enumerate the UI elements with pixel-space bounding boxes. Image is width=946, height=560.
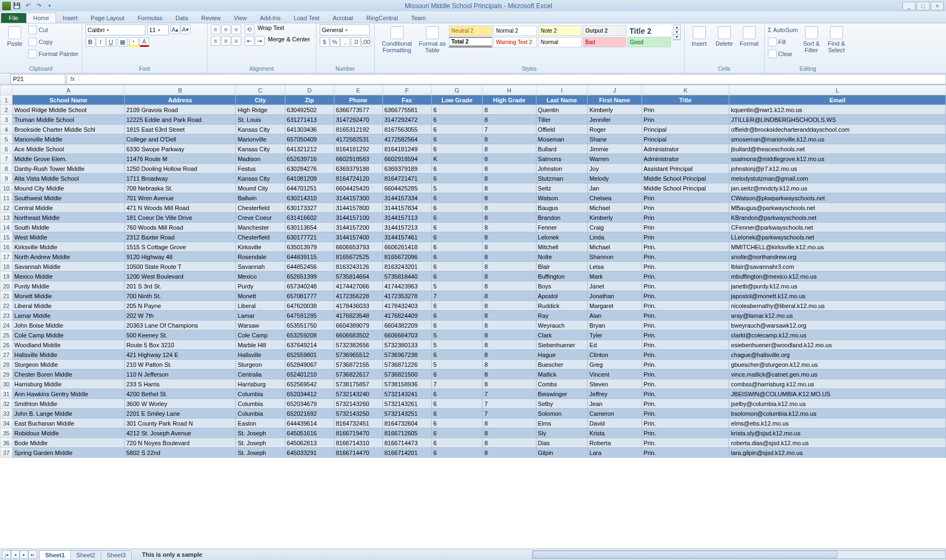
cell[interactable]: 3144157113 [382,213,431,223]
cell[interactable]: Lamar Middle [13,311,125,321]
cell[interactable]: Columbia [236,399,285,409]
bold-button[interactable]: B [86,37,95,47]
cell[interactable]: elms@ebs.k12.mo.us [729,419,946,428]
cell[interactable]: offieldr@brooksidecharteranddayschool.co… [729,125,946,134]
cell[interactable]: 4172353278 [382,291,431,301]
underline-button[interactable]: U [106,37,116,47]
cell[interactable]: 8 [483,428,536,438]
table-header-cell[interactable]: Last Name [536,95,588,105]
cell[interactable]: melodystutzman@gmail.com [729,174,946,183]
cell[interactable]: 5732143240 [334,389,382,399]
cell[interactable]: 6 [431,262,483,272]
cell[interactable]: Greg [588,360,642,370]
cell[interactable]: Seitz [536,183,588,193]
cell[interactable]: Shane [588,134,642,144]
cell[interactable]: 8 [483,448,536,458]
cell[interactable]: 7 [431,379,483,389]
cell[interactable]: 5 [431,281,483,291]
sheet-tab-sheet1[interactable]: Sheet1 [39,550,71,559]
cell[interactable]: Liberal Middle [13,301,125,311]
cell[interactable]: Ace Middle School [13,144,125,154]
row-header[interactable]: 12 [1,203,13,213]
cell[interactable]: 645062813 [285,438,334,448]
decrease-indent-button[interactable]: ⇤ [245,36,254,46]
cell[interactable]: Cameron [588,409,642,419]
cell[interactable]: Apostol [536,291,588,301]
cell[interactable]: 8 [483,213,536,223]
cell[interactable]: Johnston [536,164,588,174]
cell[interactable]: CWatson@pkwparkwayschools.net [729,193,946,203]
cell[interactable]: Prin. [642,399,729,409]
cell[interactable]: 6330 Swope Parkway [124,144,236,154]
row-header[interactable]: 13 [1,213,13,223]
cell[interactable]: Michael [588,203,642,213]
cell[interactable]: 3144157461 [382,232,431,242]
style-total-2[interactable]: Total 2 [449,37,492,47]
border-button[interactable]: ▦ [118,37,127,47]
cell[interactable]: 2201 E Smiley Lane [124,409,236,419]
cell[interactable]: 9120 Highway 48 [124,252,236,262]
cell[interactable]: 8165312192 [334,125,382,134]
cell[interactable]: Hague [536,350,588,360]
number-format-combo[interactable]: General▾ [320,24,370,35]
cell[interactable]: 301 County Park Road N [124,419,236,428]
row-header[interactable]: 10 [1,183,13,193]
cell[interactable]: Clinton [588,350,642,360]
minimize-button[interactable]: _ [902,2,916,10]
decrease-decimal-button[interactable]: .00 [361,37,371,47]
cell[interactable]: Creve Coeur [236,213,285,223]
style-neutral-2[interactable]: Neutral 2 [449,26,492,36]
cell[interactable]: 6 [431,223,483,232]
row-header[interactable]: 29 [1,370,13,379]
cell[interactable]: 8166714310 [334,438,382,448]
cell[interactable]: 8163243126 [334,262,382,272]
cell[interactable]: 5802 S 22nd [124,448,236,458]
cell[interactable]: 5736872155 [334,360,382,370]
cell[interactable]: 720 N Noyes Boulevard [124,438,236,448]
cell[interactable]: Kansas City [236,144,285,154]
cell[interactable]: Tyler [588,330,642,340]
cell-styles-gallery[interactable]: Neutral 2 Normal 2 Note 2 Output 2 Title… [449,24,671,47]
cell[interactable]: Salmons [536,154,588,164]
cut-button[interactable]: Cut [28,24,78,35]
cell[interactable]: 652651399 [285,272,334,281]
cell[interactable]: Truman Middle School [13,115,125,125]
row-header[interactable]: 33 [1,409,13,419]
cell[interactable]: Robidoux Middle [13,428,125,438]
column-header-F[interactable]: F [382,85,431,95]
cell[interactable]: 652849067 [285,360,334,370]
cell[interactable]: 6 [431,232,483,242]
cell[interactable]: bweyrauch@warsawk12.org [729,321,946,330]
cell[interactable]: Matlick [536,370,588,379]
cell[interactable]: Jeffrey [588,389,642,399]
cell[interactable]: 630214310 [285,193,334,203]
format-as-table-button[interactable]: Format as Table [418,24,447,53]
cell[interactable]: 471 N Woods Mill Road [124,203,236,213]
cell[interactable]: esiebenhuener@woodland.k12.mo.us [729,340,946,350]
cell[interactable]: Ruddick [536,301,588,311]
style-bad[interactable]: Bad [583,37,626,47]
cell[interactable]: 653551750 [285,321,334,330]
cell[interactable]: Cole Camp Middle [13,330,125,340]
cell[interactable]: 8 [483,144,536,154]
cell[interactable]: 6 [431,203,483,213]
cell[interactable]: 647620038 [285,301,334,311]
cell[interactable]: 8 [483,262,536,272]
cell[interactable]: Prin. [642,340,729,350]
cell[interactable]: Principal [642,134,729,144]
cell[interactable]: Cole Camp [236,330,285,340]
cell[interactable]: Route 5 Box 3210 [124,340,236,350]
cell[interactable]: Marionville [236,134,285,144]
row-header[interactable]: 3 [1,115,13,125]
cell[interactable]: 652559801 [285,350,334,360]
table-header-cell[interactable]: Title [642,95,729,105]
cell[interactable]: 4178436033 [334,301,382,311]
cell[interactable]: 7 [483,389,536,399]
cell[interactable]: Prin. [642,389,729,399]
cell[interactable]: Baugus [536,203,588,213]
cell[interactable]: Marionville Middle [13,134,125,144]
row-header[interactable]: 30 [1,379,13,389]
row-header[interactable]: 19 [1,272,13,281]
cell[interactable]: Administrator [642,154,729,164]
chevron-up-icon[interactable]: ▴ [674,25,680,30]
